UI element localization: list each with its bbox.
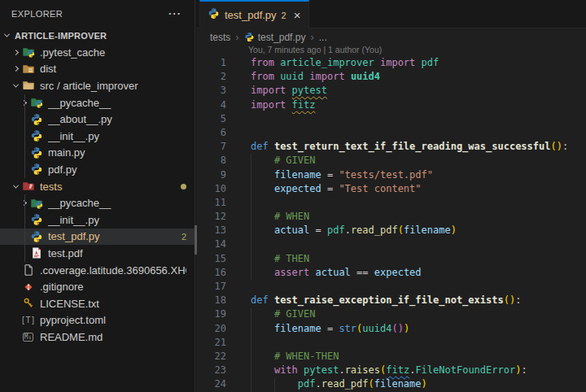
tree-item-tests[interactable]: tests	[0, 178, 195, 195]
code-text: # GIVEN	[251, 154, 315, 168]
code-line[interactable]: 3import pytest	[196, 84, 586, 98]
tab-bar: test_pdf.py 2 ×	[196, 0, 586, 28]
line-number: 13	[196, 224, 226, 237]
explorer-header: EXPLORER ···	[0, 0, 195, 27]
code-line[interactable]: 23 with pytest.raises(fitz.FileNotFoundE…	[196, 364, 586, 377]
tree-item--pycache-[interactable]: __pycache__	[0, 194, 195, 211]
file-icon	[22, 264, 35, 277]
tab-test-pdf-py[interactable]: test_pdf.py 2 ×	[199, 0, 309, 28]
code-line[interactable]: 21	[196, 336, 586, 350]
code-text: filename = "tests/test.pdf"	[251, 168, 433, 182]
tree-item--pytest-cache[interactable]: .pytest_cache	[0, 44, 195, 61]
breadcrumb-item[interactable]: ...	[319, 32, 327, 43]
tree-item-label: dist	[40, 63, 186, 75]
line-number: 20	[196, 322, 226, 336]
tree-item-dist[interactable]: dist	[0, 61, 195, 78]
tree-item-license-txt[interactable]: LICENSE.txt	[0, 295, 195, 312]
workspace-section-header[interactable]: ARTICLE-IMPROVER	[0, 27, 195, 44]
breadcrumb-separator-icon: ›	[235, 31, 238, 43]
code-editor[interactable]: 1from article_improver import pdf2from u…	[196, 56, 586, 392]
chevron-right-icon	[20, 100, 26, 106]
tree-item-readme-md[interactable]: M↓README.md	[0, 329, 195, 346]
tree-item--about-py[interactable]: __about__.py	[0, 111, 195, 128]
code-line[interactable]: 19 # GIVEN	[196, 307, 586, 321]
sidebar-scrollbar-thumb[interactable]	[195, 225, 197, 255]
chevron-down-icon	[12, 82, 18, 88]
code-line[interactable]: 17	[196, 280, 586, 294]
tree-item-label: LICENSE.txt	[40, 298, 186, 310]
tree-item-label: .pytest_cache	[40, 46, 186, 59]
chevron-right-icon	[12, 50, 18, 55]
line-number: 12	[196, 210, 226, 224]
tree-item-pyproject-toml[interactable]: [T]pyproject.toml	[0, 312, 195, 329]
line-number: 14	[196, 237, 226, 251]
code-line[interactable]: 8 # GIVEN	[196, 154, 586, 168]
tree-item-test-pdf-py[interactable]: test_pdf.py2	[0, 229, 195, 246]
tree-item-pdf-py[interactable]: pdf.py	[0, 161, 195, 178]
tree-item-label: .coverage.latitude.3690656.XHOa...	[40, 264, 186, 277]
code-line[interactable]: 12 # WHEN	[196, 210, 586, 224]
python-icon	[30, 146, 43, 159]
breadcrumb-label: ...	[319, 32, 327, 43]
tree-item--gitignore[interactable]: .gitignore	[0, 278, 195, 295]
code-line[interactable]: 7def test_return_text_if_file_reading_wa…	[196, 140, 586, 154]
tree-item--pycache-[interactable]: __pycache__	[0, 94, 195, 111]
code-line[interactable]: 2from uuid import uuid4	[196, 70, 586, 84]
tree-indent-guide	[24, 94, 25, 178]
git-blame-annotation: You, 7 minutes ago | 1 author (You)	[248, 45, 382, 54]
code-line[interactable]: 24 pdf.read_pdf(filename)	[196, 377, 586, 391]
code-line[interactable]: 5	[196, 112, 586, 126]
folder-dist-icon	[22, 63, 35, 76]
tree-item--coverage-latitude-3690656-xhoa-[interactable]: .coverage.latitude.3690656.XHOa...	[0, 262, 195, 279]
line-number: 1	[196, 56, 226, 70]
code-line[interactable]: 9 filename = "tests/test.pdf"	[196, 168, 586, 182]
more-actions-icon[interactable]: ···	[168, 7, 181, 20]
code-line[interactable]: 20 filename = str(uuid4())	[196, 322, 586, 336]
breadcrumb-label: test_pdf.py	[258, 32, 306, 43]
tree-item-test-pdf[interactable]: test.pdf	[0, 245, 195, 262]
tree-item-src-article-improver[interactable]: src / article_improver	[0, 77, 195, 94]
explorer-title: EXPLORER	[11, 9, 63, 19]
python-icon	[30, 163, 43, 176]
folder-src-icon	[22, 79, 35, 92]
code-line[interactable]: 10 expected = "Test content"	[196, 182, 586, 196]
code-line[interactable]: 22 # WHEN-THEN	[196, 350, 586, 364]
code-line[interactable]: 13 actual = pdf.read_pdf(filename)	[196, 224, 586, 237]
code-line[interactable]: 14	[196, 237, 586, 251]
workspace-name: ARTICLE-IMPROVER	[15, 31, 107, 41]
breadcrumb-item[interactable]: test_pdf.py	[244, 32, 306, 43]
line-number: 9	[196, 168, 226, 182]
code-text: assert actual == expected	[251, 266, 422, 280]
chevron-right-icon	[20, 200, 26, 206]
line-number: 17	[196, 280, 226, 294]
chevron-right-icon	[12, 66, 18, 72]
line-number: 19	[196, 307, 226, 321]
line-number: 21	[196, 336, 226, 350]
line-number: 22	[196, 350, 226, 364]
key-icon	[22, 297, 35, 310]
line-number: 18	[196, 294, 226, 307]
tree-item--init-py[interactable]: __init__.py	[0, 128, 195, 145]
tree-item-label: __pycache__	[48, 197, 186, 209]
line-number: 7	[196, 140, 226, 154]
code-text: with pytest.raises(fitz.FileNotFoundErro…	[251, 364, 527, 377]
line-number: 8	[196, 154, 226, 168]
breadcrumb-item[interactable]: tests	[210, 32, 230, 43]
code-line[interactable]: 16 assert actual == expected	[196, 266, 586, 280]
code-line[interactable]: 11	[196, 196, 586, 210]
code-line[interactable]: 18def test_raise_exception_if_file_not_e…	[196, 294, 586, 307]
tree-item-label: pyproject.toml	[40, 314, 186, 326]
code-line[interactable]: 1from article_improver import pdf	[196, 56, 586, 70]
code-text: from article_improver import pdf	[251, 56, 439, 70]
python-icon	[30, 129, 43, 142]
folder-python-icon	[30, 197, 43, 210]
code-line[interactable]: 6	[196, 126, 586, 140]
code-line[interactable]: 15 # THEN	[196, 252, 586, 266]
tree-item-main-py[interactable]: main.py	[0, 145, 195, 162]
tree-item--init-py[interactable]: __init__.py	[0, 211, 195, 229]
line-number: 24	[196, 377, 226, 391]
close-icon[interactable]: ×	[294, 9, 301, 21]
tree-item-label: main.py	[48, 146, 186, 159]
code-text: expected = "Test content"	[251, 182, 422, 196]
code-line[interactable]: 4import fitz	[196, 98, 586, 112]
